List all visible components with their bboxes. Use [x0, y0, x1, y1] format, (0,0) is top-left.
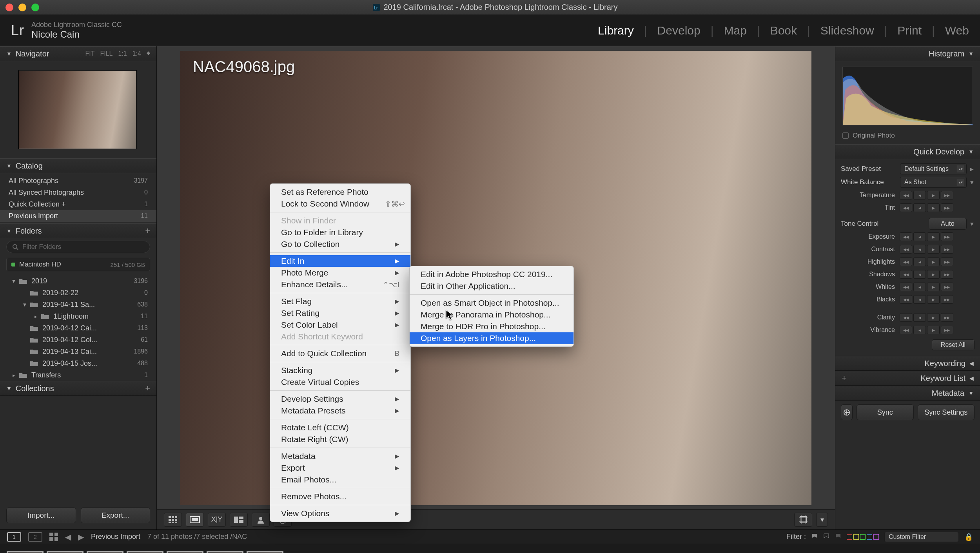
- menu-item[interactable]: Photo Merge▶: [270, 267, 410, 279]
- menu-item[interactable]: Enhance Details...⌃⌥I: [270, 279, 410, 290]
- reset-all-button[interactable]: Reset All: [932, 339, 975, 350]
- grid-icon[interactable]: [49, 533, 58, 541]
- folder-row[interactable]: 2019-04-12 Cai...113: [0, 322, 156, 334]
- keyword-list-header[interactable]: + Keyword List◀: [835, 371, 980, 386]
- tone-stepper[interactable]: ◂◂◂▸▸▸: [900, 313, 953, 322]
- module-web[interactable]: Web: [945, 24, 969, 37]
- module-library[interactable]: Library: [598, 24, 634, 37]
- menu-item[interactable]: Go to Collection▶: [270, 238, 410, 250]
- menu-item[interactable]: Edit In▶: [270, 255, 410, 267]
- menu-item[interactable]: Metadata▶: [270, 450, 410, 462]
- add-folder-button[interactable]: +: [145, 226, 150, 236]
- menu-item[interactable]: Set Flag▶: [270, 296, 410, 307]
- menu-item[interactable]: Go to Folder in Library: [270, 227, 410, 238]
- folder-row[interactable]: ▼ 2019-04-11 Sa...638: [0, 299, 156, 310]
- tone-stepper[interactable]: ◂◂◂▸▸▸: [900, 245, 953, 254]
- menu-item[interactable]: Edit in Adobe Photoshop CC 2019...: [410, 268, 573, 280]
- menu-item[interactable]: Export▶: [270, 462, 410, 474]
- minimize-window-button[interactable]: [18, 4, 26, 11]
- sync-settings-button[interactable]: Sync Settings: [918, 404, 975, 420]
- catalog-item[interactable]: All Photographs3197: [0, 175, 156, 187]
- close-window-button[interactable]: [5, 4, 13, 11]
- catalog-item-selected[interactable]: Previous Import11: [0, 210, 156, 222]
- original-photo-toggle[interactable]: Original Photo: [835, 129, 980, 144]
- module-print[interactable]: Print: [897, 24, 922, 37]
- prev-source-button[interactable]: ◀: [65, 532, 71, 542]
- menu-item[interactable]: Set Color Label▶: [270, 319, 410, 331]
- module-develop[interactable]: Develop: [657, 24, 701, 37]
- filmstrip-source[interactable]: Previous Import: [91, 533, 140, 541]
- survey-view-button[interactable]: [230, 513, 248, 527]
- menu-item[interactable]: Rotate Left (CCW): [270, 422, 410, 433]
- tone-stepper[interactable]: ◂◂◂▸▸▸: [900, 257, 953, 266]
- toolbar-dropdown-button[interactable]: ▾: [816, 513, 828, 527]
- menu-item[interactable]: Set Rating▶: [270, 307, 410, 319]
- tone-stepper[interactable]: ◂◂◂▸▸▸: [900, 326, 953, 334]
- navigator-header[interactable]: ▼ Navigator FIT FILL 1:1 1:4 ◆: [0, 46, 156, 61]
- menu-item[interactable]: View Options▶: [270, 508, 410, 519]
- folder-filter-input[interactable]: Filter Folders: [6, 241, 150, 253]
- catalog-item[interactable]: All Synced Photographs0: [0, 187, 156, 198]
- white-balance-dropdown[interactable]: As Shot▴▾: [900, 177, 967, 188]
- tone-stepper[interactable]: ◂◂◂▸▸▸: [900, 283, 953, 291]
- keywording-header[interactable]: Keywording◀: [835, 356, 980, 371]
- nav-zoom-ratio[interactable]: 1:4: [132, 50, 141, 57]
- menu-item[interactable]: Set as Reference Photo: [270, 186, 410, 198]
- catalog-header[interactable]: ▼ Catalog: [0, 158, 156, 173]
- nav-zoom-fit[interactable]: FIT: [85, 50, 94, 57]
- add-keyword-button[interactable]: +: [842, 373, 847, 383]
- menu-item[interactable]: Stacking▶: [270, 364, 410, 376]
- menu-item[interactable]: Edit in Other Application...: [410, 280, 573, 292]
- collections-header[interactable]: ▼ Collections +: [0, 381, 156, 396]
- navigator-preview[interactable]: [0, 61, 156, 158]
- zoom-window-button[interactable]: [31, 4, 39, 11]
- menu-item[interactable]: Merge to HDR Pro in Photoshop...: [410, 321, 573, 332]
- color-filter-swatches[interactable]: [847, 534, 879, 540]
- menu-item[interactable]: Add to Quick CollectionB: [270, 348, 410, 359]
- menu-item[interactable]: Metadata Presets▶: [270, 405, 410, 417]
- tone-stepper[interactable]: ◂◂◂▸▸▸: [900, 295, 953, 304]
- add-collection-button[interactable]: +: [145, 383, 150, 393]
- temperature-stepper[interactable]: ◂◂◂▸▸▸: [900, 191, 953, 199]
- volume-row[interactable]: Macintosh HD251 / 500 GB: [6, 258, 150, 271]
- compare-view-button[interactable]: X|Y: [208, 513, 226, 527]
- menu-item[interactable]: Develop Settings▶: [270, 393, 410, 405]
- nav-zoom-11[interactable]: 1:1: [118, 50, 127, 57]
- module-map[interactable]: Map: [724, 24, 746, 37]
- monitor-2-button[interactable]: 2: [28, 532, 42, 542]
- menu-item[interactable]: Create Virtual Copies: [270, 376, 410, 388]
- section-collapse-icon[interactable]: ▸: [969, 165, 975, 173]
- monitor-1-button[interactable]: 1: [7, 532, 21, 542]
- folder-row[interactable]: 2019-04-15 Jos...488: [0, 357, 156, 369]
- section-collapse-icon[interactable]: ▾: [969, 220, 975, 228]
- nav-zoom-fill[interactable]: FILL: [100, 50, 113, 57]
- people-view-button[interactable]: [252, 513, 270, 527]
- folder-row[interactable]: 2019-04-12 Gol...61: [0, 334, 156, 346]
- loupe-view-button[interactable]: [186, 513, 204, 527]
- folder-row[interactable]: 2019-02-220: [0, 287, 156, 299]
- folder-row[interactable]: ▸ 1Lightroom11: [0, 310, 156, 322]
- catalog-item[interactable]: Quick Collection +1: [0, 198, 156, 210]
- folder-row[interactable]: 2019-04-13 Cai...1896: [0, 346, 156, 357]
- flag-pick-icon[interactable]: [811, 533, 818, 541]
- menu-item[interactable]: Open as Layers in Photoshop...: [410, 332, 573, 344]
- quick-develop-header[interactable]: Quick Develop▼: [835, 144, 980, 159]
- next-source-button[interactable]: ▶: [78, 532, 84, 542]
- menu-item[interactable]: Open as Smart Object in Photoshop...: [410, 297, 573, 309]
- sync-toggle-button[interactable]: ⊕: [841, 404, 853, 420]
- folder-row[interactable]: ▼ 20193196: [0, 275, 156, 287]
- flag-reject-icon[interactable]: [835, 533, 841, 541]
- frame-tool-button[interactable]: [794, 513, 812, 527]
- menu-item[interactable]: Email Photos...: [270, 474, 410, 486]
- saved-preset-dropdown[interactable]: Default Settings▴▾: [900, 163, 967, 174]
- module-slideshow[interactable]: Slideshow: [820, 24, 874, 37]
- sync-button[interactable]: Sync: [857, 404, 914, 420]
- import-button[interactable]: Import...: [6, 508, 76, 523]
- export-button[interactable]: Export...: [81, 508, 151, 523]
- tone-stepper[interactable]: ◂◂◂▸▸▸: [900, 232, 953, 241]
- filter-lock-icon[interactable]: 🔒: [964, 533, 973, 541]
- menu-item[interactable]: Remove Photos...: [270, 491, 410, 502]
- auto-tone-button[interactable]: Auto: [929, 218, 967, 230]
- tone-stepper[interactable]: ◂◂◂▸▸▸: [900, 270, 953, 279]
- nav-zoom-dropdown-icon[interactable]: ◆: [147, 50, 150, 57]
